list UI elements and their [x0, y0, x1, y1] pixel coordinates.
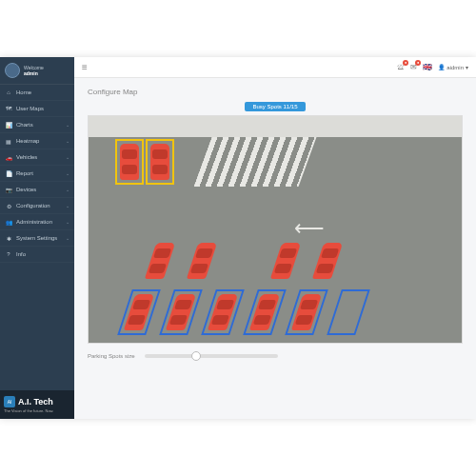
- nav-label: Home: [16, 89, 69, 95]
- welcome-text: Welcome admin: [24, 65, 44, 76]
- nav-label: System Settings: [16, 235, 66, 241]
- nav-list: ⌂Home🗺User Maps📊Charts⌄▦Heatmap⌄🚗Vehicle…: [0, 85, 74, 390]
- busy-spots-pill[interactable]: Busy Spots 11/15: [245, 102, 305, 111]
- notif1-badge: ●: [403, 60, 408, 66]
- arrow-left-icon: ⟵: [294, 216, 325, 241]
- nav-label: Devices: [16, 187, 66, 192]
- chevron-down-icon: ⌄: [66, 235, 69, 241]
- notif2-badge: ●: [415, 60, 421, 66]
- sidebar-item-administration[interactable]: 👥Administration⌄: [0, 214, 74, 230]
- sidebar-item-home[interactable]: ⌂Home: [0, 85, 74, 101]
- nav-icon: ?: [5, 250, 12, 258]
- lane-top: [89, 116, 462, 137]
- chevron-down-icon: ⌄: [66, 154, 69, 160]
- nav-label: Administration: [16, 219, 66, 225]
- username: admin: [24, 70, 44, 76]
- user-dropdown[interactable]: 👤 aidmin ▾: [438, 64, 468, 70]
- nav-icon: ▦: [5, 137, 12, 145]
- page-title: Configure Map: [88, 88, 463, 96]
- nav-icon: 🗺: [5, 105, 12, 112]
- sidebar-item-info[interactable]: ?Info: [0, 247, 74, 263]
- language-flag-icon[interactable]: 🇬🇧: [423, 63, 432, 71]
- nav-icon: ✱: [5, 234, 12, 242]
- brand-name: A.I. Tech: [18, 397, 53, 407]
- nav-label: Report: [16, 170, 66, 176]
- nav-label: Vehicles: [16, 154, 66, 160]
- crosswalk: [194, 137, 317, 187]
- nav-label: Heatmap: [16, 138, 66, 144]
- nav-icon: 📄: [5, 169, 12, 177]
- brand-footer: AI A.I. Tech The Vision of the future. N…: [0, 390, 74, 419]
- slider-thumb[interactable]: [191, 351, 201, 361]
- sidebar-item-user-maps[interactable]: 🗺User Maps: [0, 101, 74, 117]
- sidebar-item-charts[interactable]: 📊Charts⌄: [0, 117, 74, 133]
- nav-icon: 🚗: [5, 153, 12, 161]
- sidebar: Welcome admin ⌂Home🗺User Maps📊Charts⌄▦He…: [0, 57, 74, 419]
- sidebar-item-configuration[interactable]: ⚙Configuration⌄: [0, 198, 74, 214]
- sidebar-item-report[interactable]: 📄Report⌄: [0, 166, 74, 182]
- parking-spot[interactable]: [222, 238, 266, 284]
- chevron-down-icon: ⌄: [66, 122, 69, 128]
- slider-label: Parking Spots size: [88, 353, 135, 359]
- car-icon: [150, 144, 169, 180]
- topbar: ≡ 🛎● ✉● 🇬🇧 👤 aidmin ▾: [74, 57, 476, 78]
- topbar-username: aidmin: [446, 65, 464, 70]
- notif2-icon[interactable]: ✉●: [410, 63, 417, 71]
- notif1-icon[interactable]: 🛎●: [397, 63, 405, 71]
- hamburger-icon[interactable]: ≡: [82, 62, 88, 72]
- nav-icon: ⚙: [5, 202, 12, 209]
- chevron-down-icon: ⌄: [66, 219, 69, 225]
- nav-icon: 👥: [5, 218, 12, 226]
- main-area: ≡ 🛎● ✉● 🇬🇧 👤 aidmin ▾ Configure Map Busy…: [74, 57, 476, 419]
- app-shell: Welcome admin ⌂Home🗺User Maps📊Charts⌄▦He…: [0, 57, 476, 419]
- brand-logo-icon: AI: [4, 396, 15, 407]
- nav-icon: 📊: [5, 121, 12, 129]
- parking-spot[interactable]: [327, 289, 370, 335]
- chevron-down-icon: ▾: [466, 64, 468, 70]
- sidebar-item-heatmap[interactable]: ▦Heatmap⌄: [0, 133, 74, 149]
- nav-icon: 📷: [5, 186, 12, 193]
- avatar: [5, 63, 20, 78]
- chevron-down-icon: ⌄: [66, 170, 69, 176]
- content: Configure Map Busy Spots 11/15 ⟵ Parking…: [74, 78, 476, 419]
- chevron-down-icon: ⌄: [66, 187, 69, 192]
- car-icon: [120, 144, 139, 180]
- user-icon: 👤: [438, 64, 445, 70]
- nav-label: Charts: [16, 122, 66, 128]
- profile-block[interactable]: Welcome admin: [0, 57, 74, 85]
- sidebar-item-vehicles[interactable]: 🚗Vehicles⌄: [0, 149, 74, 166]
- chevron-down-icon: ⌄: [66, 138, 69, 144]
- nav-label: Configuration: [16, 203, 66, 208]
- spot-size-slider[interactable]: [145, 354, 278, 358]
- sidebar-item-system-settings[interactable]: ✱System Settings⌄: [0, 230, 74, 247]
- brand-tagline: The Vision of the future. Now.: [4, 408, 70, 413]
- sidebar-item-devices[interactable]: 📷Devices⌄: [0, 182, 74, 198]
- nav-icon: ⌂: [5, 89, 12, 96]
- nav-label: User Maps: [16, 106, 69, 111]
- nav-label: Info: [16, 251, 69, 257]
- parking-map[interactable]: ⟵: [88, 115, 463, 344]
- chevron-down-icon: ⌄: [66, 203, 69, 208]
- slider-row: Parking Spots size: [88, 353, 463, 359]
